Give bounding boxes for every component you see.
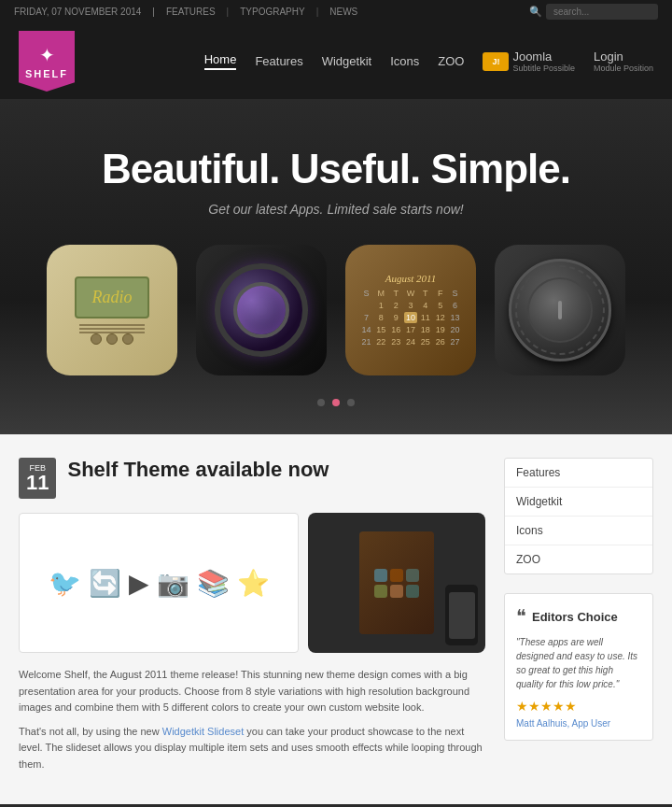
post-body-1: Welcome Shelf, the August 2011 theme rel… bbox=[19, 667, 485, 716]
dot-3[interactable] bbox=[347, 399, 355, 406]
follow-bar: Want to stay informed? Follow us. 🐦 f 🌐 … bbox=[0, 804, 672, 807]
sidebar-item-features[interactable]: Features bbox=[505, 459, 652, 488]
app-icon-camera[interactable] bbox=[196, 245, 327, 375]
tablet-dot bbox=[374, 569, 387, 582]
search-input[interactable] bbox=[546, 4, 658, 20]
top-bar-link-features[interactable]: FEATURES bbox=[166, 7, 216, 17]
post-image-area: 🐦 🔄 ▶ 📷 📚 ⭐ bbox=[19, 513, 485, 653]
camera-lens bbox=[215, 263, 308, 357]
radio-dial-area bbox=[91, 333, 133, 345]
editors-choice-header: ❝ Editors Choice bbox=[516, 605, 641, 628]
sketch-camera2: 📷 bbox=[157, 568, 189, 599]
link-widgetkit[interactable]: Widgetkit bbox=[162, 726, 204, 737]
star-rating: ★★★★★ bbox=[516, 699, 641, 714]
app-icon-calendar[interactable]: August 2011 SMTWTFS 123456 78910111213 1… bbox=[345, 245, 476, 375]
main-content: FEB 11 Shelf Theme available now 🐦 🔄 ▶ 📷… bbox=[0, 434, 672, 804]
content-left: FEB 11 Shelf Theme available now 🐦 🔄 ▶ 📷… bbox=[19, 458, 485, 781]
sidebar-item-widgetkit[interactable]: Widgetkit bbox=[505, 488, 652, 517]
tablet-dot bbox=[390, 585, 403, 598]
hero-section: Beautiful. Useful. Simple. Get our lates… bbox=[0, 99, 672, 434]
reviewer-role: App User bbox=[572, 718, 611, 729]
sidebar-menu: Features Widgetkit Icons ZOO bbox=[504, 458, 653, 574]
nav-widgetkit[interactable]: Widgetkit bbox=[322, 54, 371, 68]
camera-lens-inner bbox=[233, 282, 289, 338]
cal-header: August 2011 bbox=[385, 273, 437, 284]
sketch-play: ▶ bbox=[129, 568, 149, 599]
top-bar-right: 🔍 bbox=[529, 4, 658, 20]
sketch-container: 🐦 🔄 ▶ 📷 📚 ⭐ bbox=[19, 513, 299, 653]
sidebar-item-icons[interactable]: Icons bbox=[505, 517, 652, 545]
knob-ring bbox=[515, 265, 605, 355]
nav-login[interactable]: Login Module Position bbox=[594, 50, 653, 73]
content-right: Features Widgetkit Icons ZOO ❝ Editors C… bbox=[504, 458, 653, 781]
app-icon-knob[interactable] bbox=[495, 245, 625, 375]
nav-home[interactable]: Home bbox=[204, 52, 237, 70]
nav-zoo[interactable]: ZOO bbox=[438, 54, 464, 68]
top-bar-sep: | bbox=[152, 7, 155, 17]
quote-icon: ❝ bbox=[516, 605, 526, 628]
logo[interactable]: ✦ SHELF bbox=[19, 31, 75, 92]
top-bar-link-news[interactable]: NEWS bbox=[329, 7, 357, 17]
hero-headline: Beautiful. Useful. Simple. bbox=[19, 146, 653, 192]
editors-choice: ❝ Editors Choice "These apps are well de… bbox=[504, 593, 653, 741]
knob-outer bbox=[509, 259, 611, 361]
nav-joomla[interactable]: J! Joomla Subtitle Possible bbox=[483, 50, 575, 73]
link-slideset[interactable]: Slideset bbox=[207, 726, 244, 737]
dot-2[interactable] bbox=[332, 399, 340, 406]
radio-screen: Radio bbox=[75, 276, 149, 319]
top-bar-left: FRIDAY, 07 NOVEMBER 2014 | FEATURES | TY… bbox=[14, 7, 357, 17]
sketch-refresh: 🔄 bbox=[89, 568, 121, 599]
editors-choice-title: Editors Choice bbox=[532, 610, 618, 624]
post-date: FEB 11 bbox=[19, 458, 56, 499]
hero-dots bbox=[19, 399, 653, 406]
tablet-dot bbox=[406, 569, 419, 582]
main-nav: Home Features Widgetkit Icons ZOO J! Joo… bbox=[204, 50, 653, 73]
header: ✦ SHELF Home Features Widgetkit Icons ZO… bbox=[0, 23, 672, 99]
post-header: FEB 11 Shelf Theme available now bbox=[19, 458, 485, 499]
tablet-app-row-2 bbox=[374, 585, 419, 598]
phone-screen bbox=[449, 592, 475, 639]
dot-1[interactable] bbox=[317, 399, 325, 406]
editors-choice-quote: "These apps are well designed and easy t… bbox=[516, 635, 641, 691]
sketch-icons: 🐦 🔄 ▶ 📷 📚 ⭐ bbox=[39, 559, 279, 608]
sidebar-item-zoo[interactable]: ZOO bbox=[505, 545, 652, 573]
post-body-2: That's not all, by using the new Widgetk… bbox=[19, 724, 485, 773]
tablet-dot bbox=[406, 585, 419, 598]
top-bar: FRIDAY, 07 NOVEMBER 2014 | FEATURES | TY… bbox=[0, 0, 672, 23]
tablet-app-row-1 bbox=[374, 569, 419, 582]
post-day: 11 bbox=[26, 473, 49, 493]
sketch-star: ⭐ bbox=[237, 568, 270, 599]
tablet-container bbox=[308, 513, 485, 653]
joomla-icon: J! bbox=[483, 52, 509, 71]
radio-inner: Radio bbox=[75, 276, 149, 345]
sketch-book: 📚 bbox=[197, 568, 230, 599]
radio-label: Radio bbox=[92, 288, 133, 307]
cal-grid: SMTWTFS 123456 78910111213 1415161718192… bbox=[359, 288, 462, 347]
phone-container bbox=[445, 585, 478, 645]
tablet-dot bbox=[390, 569, 403, 582]
sketch-twitter: 🐦 bbox=[49, 568, 81, 599]
logo-text: SHELF bbox=[25, 68, 68, 79]
hero-subheadline: Get our latest Apps. Limited sale starts… bbox=[19, 202, 653, 217]
app-icons-row: Radio August 2011 bbox=[19, 245, 653, 375]
tablet-screen bbox=[359, 531, 434, 634]
radio-lines bbox=[79, 324, 145, 333]
app-icon-radio[interactable]: Radio bbox=[47, 245, 177, 375]
tablet-dot bbox=[374, 585, 387, 598]
search-icon: 🔍 bbox=[529, 6, 542, 18]
nav-features[interactable]: Features bbox=[255, 54, 302, 68]
nav-joomla-label: Joomla Subtitle Possible bbox=[512, 50, 575, 73]
nav-icons[interactable]: Icons bbox=[390, 54, 419, 68]
top-bar-date: FRIDAY, 07 NOVEMBER 2014 bbox=[14, 7, 141, 17]
logo-icon: ✦ bbox=[39, 44, 55, 66]
reviewer: Matt Aalhuis, App User bbox=[516, 718, 641, 729]
top-bar-link-typography[interactable]: TYPOGRAPHY bbox=[240, 7, 304, 17]
post-title: Shelf Theme available now bbox=[67, 458, 329, 482]
